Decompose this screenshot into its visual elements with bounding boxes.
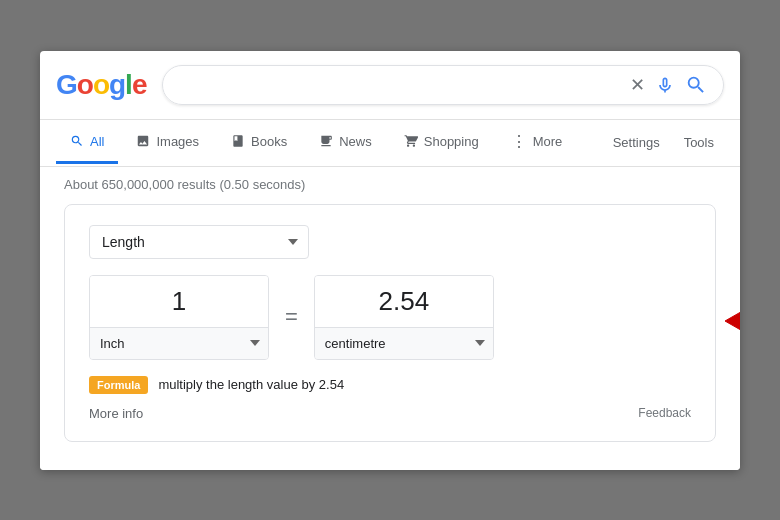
images-icon [136,134,150,148]
tab-news[interactable]: News [305,122,386,164]
from-field: 1 Inch [89,275,269,360]
shopping-icon [404,134,418,148]
feedback-link[interactable]: Feedback [638,406,691,421]
arrow-icon [725,296,740,346]
settings-link[interactable]: Settings [603,123,670,162]
formula-row: Formula multiply the length value by 2.5… [89,376,691,394]
tab-more[interactable]: ⋮ More [497,120,577,166]
search-bar-icons: ✕ [630,74,707,96]
category-select[interactable]: Length [89,225,309,259]
mic-button[interactable] [655,75,675,95]
search-bar: 1 inch to cm ✕ [162,65,724,105]
books-icon [231,134,245,148]
more-info-link[interactable]: More info [89,406,143,421]
nav-tabs: All Images Books News Shopping ⋮ More Se… [40,120,740,167]
browser-window: Google 1 inch to cm ✕ [40,51,740,470]
equals-sign: = [285,304,298,330]
from-value[interactable]: 1 [90,276,268,328]
results-count: About 650,000,000 results (0.50 seconds) [64,177,716,192]
to-unit-select[interactable]: centimetre [315,328,493,359]
clear-icon: ✕ [630,74,645,96]
search-button[interactable] [685,74,707,96]
tab-shopping[interactable]: Shopping [390,122,493,164]
tools-link[interactable]: Tools [674,123,724,162]
tab-books[interactable]: Books [217,122,301,164]
formula-text: multiply the length value by 2.54 [158,377,344,392]
mic-icon [655,75,675,95]
search-small-icon [70,134,84,148]
converter-card: Length 1 Inch = 2.54 centimetre [64,204,716,442]
header: Google 1 inch to cm ✕ [40,51,740,120]
more-dots-icon: ⋮ [511,132,527,151]
clear-button[interactable]: ✕ [630,74,645,96]
tab-images[interactable]: Images [122,122,213,164]
to-value[interactable]: 2.54 [315,276,493,328]
nav-settings: Settings Tools [603,123,724,162]
red-arrow-annotation [725,296,740,350]
google-logo: Google [56,69,146,101]
search-icon [685,74,707,96]
svg-marker-0 [725,301,740,341]
converter-inputs: 1 Inch = 2.54 centimetre [89,275,691,360]
from-unit-select[interactable]: Inch [90,328,268,359]
results-area: About 650,000,000 results (0.50 seconds)… [40,167,740,470]
to-field: 2.54 centimetre [314,275,494,360]
search-input[interactable]: 1 inch to cm [179,76,622,93]
formula-badge: Formula [89,376,148,394]
news-icon [319,134,333,148]
card-footer: More info Feedback [89,402,691,421]
converter-select-row: Length [89,225,691,259]
tab-all[interactable]: All [56,122,118,164]
